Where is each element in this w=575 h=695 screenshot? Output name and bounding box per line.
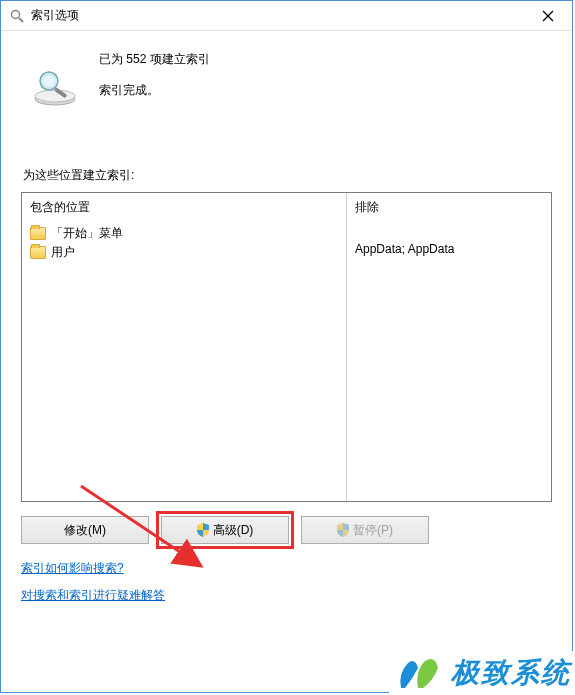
watermark-logo-icon	[393, 653, 443, 693]
indexing-status-icon	[31, 67, 79, 107]
modify-button-label: 修改(M)	[64, 522, 106, 539]
svg-line-1	[19, 18, 23, 22]
excluded-header: 排除	[355, 199, 543, 216]
location-name: 「开始」菜单	[51, 225, 123, 242]
titlebar: 索引选项	[1, 1, 572, 31]
shield-icon	[197, 523, 209, 537]
advanced-button[interactable]: 高级(D)	[161, 516, 289, 544]
indexed-count-label: 已为 552 项建立索引	[99, 51, 210, 68]
pause-button[interactable]: 暂停(P)	[301, 516, 429, 544]
svg-point-5	[35, 90, 75, 102]
exclude-value	[355, 224, 543, 242]
excluded-column: 排除 AppData; AppData	[347, 193, 551, 501]
window-title: 索引选项	[31, 7, 528, 24]
watermark-text: 极致系统	[451, 654, 571, 692]
how-indexing-affects-link[interactable]: 索引如何影响搜索?	[21, 560, 552, 577]
locations-panel: 包含的位置 「开始」菜单 用户 排除 AppData; AppData	[21, 192, 552, 502]
troubleshoot-link[interactable]: 对搜索和索引进行疑难解答	[21, 587, 552, 604]
folder-icon	[30, 246, 46, 259]
included-locations-column: 包含的位置 「开始」菜单 用户	[22, 193, 347, 501]
watermark: 极致系统	[389, 651, 575, 695]
close-icon	[542, 10, 554, 22]
location-name: 用户	[51, 244, 75, 261]
button-row: 修改(M) 高级(D)	[21, 516, 552, 544]
close-button[interactable]	[528, 2, 568, 30]
indexing-options-window: 索引选项 已为 552 项建立索引 索引完成。	[0, 0, 573, 693]
advanced-button-label: 高级(D)	[213, 522, 254, 539]
status-text: 已为 552 项建立索引 索引完成。	[99, 51, 210, 99]
list-item[interactable]: 用户	[30, 243, 338, 262]
status-area: 已为 552 项建立索引 索引完成。	[21, 47, 552, 107]
locations-section-label: 为这些位置建立索引:	[23, 167, 552, 184]
magnifier-icon	[9, 8, 25, 24]
modify-button[interactable]: 修改(M)	[21, 516, 149, 544]
included-header: 包含的位置	[30, 199, 338, 216]
folder-icon	[30, 227, 46, 240]
help-links: 索引如何影响搜索? 对搜索和索引进行疑难解答	[21, 560, 552, 604]
exclude-value: AppData; AppData	[355, 242, 543, 256]
pause-button-label: 暂停(P)	[353, 522, 393, 539]
svg-point-0	[12, 10, 20, 18]
content-area: 已为 552 项建立索引 索引完成。 为这些位置建立索引: 包含的位置 「开始」…	[1, 31, 572, 614]
shield-icon	[337, 523, 349, 537]
list-item[interactable]: 「开始」菜单	[30, 224, 338, 243]
indexing-complete-label: 索引完成。	[99, 82, 210, 99]
svg-point-7	[43, 75, 55, 87]
